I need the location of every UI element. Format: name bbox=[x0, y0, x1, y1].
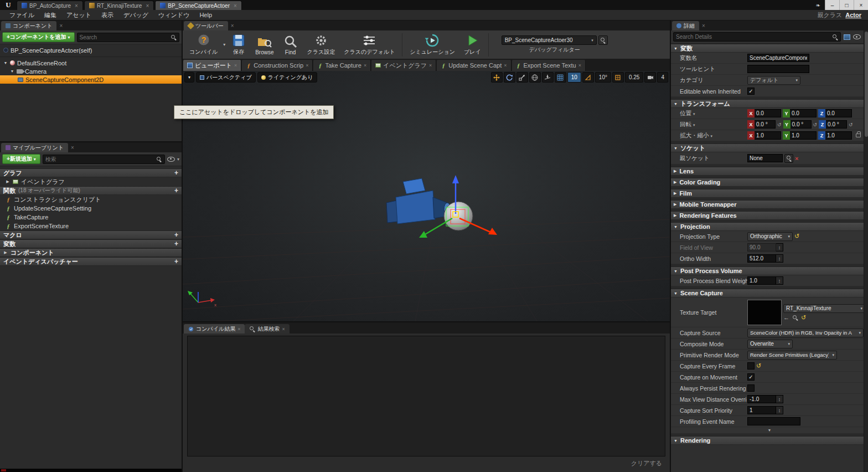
browse-button[interactable]: Browse bbox=[251, 34, 278, 56]
expander-icon[interactable]: ▶ bbox=[3, 250, 8, 255]
section-film[interactable]: ▶ Film bbox=[671, 189, 868, 198]
rotation-z-input[interactable]: 0.0 ° bbox=[826, 120, 847, 129]
capture-on-movement-checkbox[interactable]: ✓ bbox=[747, 373, 755, 381]
close-icon[interactable]: × bbox=[71, 145, 74, 151]
tree-item-scenecapturecomponent2d[interactable]: SceneCaptureComponent2D bbox=[0, 75, 182, 84]
projection-type-dropdown[interactable]: Orthographic ▾ bbox=[747, 232, 793, 241]
property-matrix-icon[interactable] bbox=[844, 34, 850, 40]
minimize-button[interactable]: – bbox=[825, 0, 839, 10]
capture-source-dropdown[interactable]: SceneColor (HDR) in RGB, Inv Opacity in … bbox=[747, 329, 864, 337]
spinner-icon[interactable]: ↕ bbox=[776, 406, 783, 414]
tab-find-results[interactable]: 結果検索 × bbox=[245, 324, 289, 334]
list-item-updatescenecapturesetting[interactable]: ƒ UpdateSceneCaptureSetting bbox=[0, 204, 182, 213]
tab-my-blueprint[interactable]: マイブループリント bbox=[1, 143, 68, 152]
use-selected-asset-icon[interactable]: ← bbox=[783, 315, 789, 321]
parent-socket-input[interactable] bbox=[747, 154, 783, 162]
scale-x-input[interactable]: 1.0 bbox=[755, 131, 781, 140]
window-tab-bp-scenecaptureactoer[interactable]: BP_SceneCaptureActoer × bbox=[155, 1, 242, 10]
eye-icon[interactable] bbox=[167, 157, 175, 162]
socket-search-button[interactable] bbox=[784, 154, 793, 163]
world-local-toggle-button[interactable] bbox=[529, 72, 541, 83]
maximize-button[interactable]: □ bbox=[839, 0, 854, 10]
camera-mesh[interactable] bbox=[386, 178, 451, 224]
section-socket[interactable]: ▼ ソケット bbox=[671, 143, 868, 152]
close-icon[interactable]: × bbox=[237, 326, 240, 332]
composite-mode-dropdown[interactable]: Overwrite ▾ bbox=[747, 340, 793, 348]
simulation-button[interactable]: シミュレーション bbox=[405, 33, 459, 57]
profiling-event-name-input[interactable] bbox=[747, 417, 800, 425]
close-icon[interactable]: × bbox=[702, 23, 705, 29]
close-icon[interactable]: × bbox=[578, 63, 581, 68]
close-icon[interactable]: × bbox=[364, 63, 366, 68]
section-event-dispatchers[interactable]: イベントディスパッチャー + bbox=[0, 257, 182, 266]
add-variable-button[interactable]: + bbox=[174, 240, 178, 247]
section-projection[interactable]: ▼ Projection bbox=[671, 222, 868, 231]
tab-take-capture[interactable]: ƒ Take Capture × bbox=[313, 60, 371, 71]
rotation-snap-button[interactable] bbox=[582, 72, 594, 83]
reset-to-default-icon[interactable]: ↺ bbox=[801, 315, 806, 321]
add-graph-button[interactable]: + bbox=[174, 170, 178, 176]
always-persist-checkbox[interactable] bbox=[747, 384, 755, 392]
lighting-dropdown[interactable]: ライティングあり bbox=[257, 72, 317, 83]
perspective-dropdown[interactable]: パースペクティブ bbox=[196, 72, 256, 83]
texture-target-dropdown[interactable]: RT_KinnajiTexture ▾ bbox=[783, 304, 865, 313]
editable-checkbox[interactable]: ✓ bbox=[747, 88, 755, 95]
socket-clear-button[interactable]: × bbox=[795, 155, 798, 162]
tab-compiler-results[interactable]: コンパイル結果 × bbox=[184, 324, 245, 334]
grid-snap-button[interactable] bbox=[555, 72, 566, 83]
clear-log-button[interactable]: クリアする bbox=[631, 459, 662, 468]
rotation-grab-icon[interactable]: ↺ bbox=[777, 122, 782, 127]
add-macro-button[interactable]: + bbox=[174, 232, 178, 238]
translate-tool-button[interactable] bbox=[491, 72, 503, 83]
category-dropdown[interactable]: デフォルト ▾ bbox=[747, 76, 800, 85]
expander-icon[interactable]: ▼ bbox=[10, 69, 14, 73]
close-icon[interactable]: × bbox=[231, 23, 234, 29]
close-icon[interactable]: × bbox=[146, 3, 149, 9]
spinner-icon[interactable]: ↕ bbox=[776, 276, 783, 285]
chevron-down-icon[interactable]: ▾ bbox=[223, 42, 225, 47]
location-y-input[interactable]: 0.0 bbox=[790, 109, 817, 117]
tab-export-scene-texture[interactable]: ƒ Export Scene Textu × bbox=[512, 60, 586, 71]
location-x-input[interactable]: 0.0 bbox=[755, 109, 781, 117]
tab-viewport[interactable]: ビューポート × bbox=[183, 60, 241, 71]
rotate-tool-button[interactable] bbox=[504, 72, 515, 83]
grid-snap-value[interactable]: 10 bbox=[567, 72, 581, 83]
class-settings-button[interactable]: クラス設定 bbox=[303, 33, 340, 57]
class-defaults-button[interactable]: クラスのデフォルト bbox=[339, 33, 399, 57]
viewport-3d[interactable]: x ▾ パースペクティブ ライティングあり bbox=[183, 71, 670, 321]
viewport-options-button[interactable]: ▾ bbox=[184, 72, 194, 83]
capture-sort-priority-input[interactable]: 1 bbox=[747, 406, 776, 414]
menu-item-help[interactable]: Help bbox=[194, 11, 217, 19]
surface-snap-button[interactable] bbox=[542, 72, 554, 83]
list-item-takecapture[interactable]: ƒ TakeCapture bbox=[0, 213, 182, 222]
section-variable[interactable]: ▼ 変数 bbox=[671, 44, 868, 53]
section-scene-capture[interactable]: ▼ Scene Capture bbox=[671, 289, 868, 297]
rotation-y-input[interactable]: 0.0 ° bbox=[790, 120, 812, 129]
blend-weight-input[interactable]: 1.0 bbox=[747, 276, 776, 285]
section-macros[interactable]: マクロ + bbox=[0, 230, 182, 239]
rotation-snap-value[interactable]: 10° bbox=[595, 72, 611, 83]
scale-snap-button[interactable] bbox=[612, 72, 624, 83]
tab-toolbar[interactable]: ツールバー bbox=[184, 21, 228, 30]
max-view-distance-input[interactable]: -1.0 bbox=[747, 395, 776, 403]
camera-speed-value[interactable]: 4 bbox=[657, 72, 668, 83]
menu-item-file[interactable]: ファイル bbox=[4, 10, 39, 20]
section-mobile-tonemapper[interactable]: ▶ Mobile Tonemapper bbox=[671, 200, 868, 209]
add-new-button[interactable]: +新規追加 ▾ bbox=[2, 154, 40, 164]
compiler-log-area[interactable] bbox=[187, 336, 665, 456]
close-icon[interactable]: × bbox=[306, 63, 308, 68]
compile-button[interactable]: ? コンパイル bbox=[185, 33, 222, 57]
section-rendering[interactable]: ▼ Rendering bbox=[671, 436, 868, 445]
rotation-grab-icon[interactable]: ↺ bbox=[813, 122, 818, 127]
scale-tool-button[interactable] bbox=[516, 72, 528, 83]
menu-item-edit[interactable]: 編集 bbox=[39, 10, 61, 20]
section-functions[interactable]: 関数 (18 オーバーライド可能) + bbox=[0, 186, 182, 195]
reset-to-default-icon[interactable]: ↺ bbox=[794, 233, 799, 239]
location-z-input[interactable]: 0.0 bbox=[825, 109, 852, 117]
tab-details[interactable]: 詳細 bbox=[672, 21, 699, 30]
show-advanced-button[interactable]: ▼ bbox=[671, 427, 868, 434]
list-item-event-graph[interactable]: ▶ イベントグラフ bbox=[0, 177, 182, 186]
save-button[interactable]: 保存 bbox=[226, 33, 251, 57]
window-tab-rt-kinnajitexture[interactable]: RT_KinnajiTexture × bbox=[84, 1, 154, 10]
close-button[interactable]: × bbox=[854, 0, 868, 10]
